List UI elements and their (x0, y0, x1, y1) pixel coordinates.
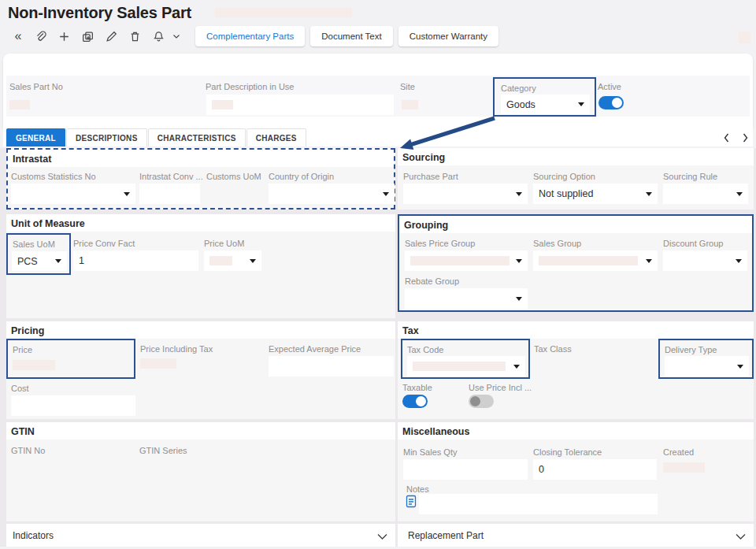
toolbar: « Complementary Parts Document Text Cust… (8, 25, 498, 47)
cost-input[interactable] (11, 395, 135, 416)
delete-icon[interactable] (123, 27, 146, 46)
tab-strip: GENERAL DESCRIPTIONS CHARACTERISTICS CHA… (3, 128, 753, 147)
chevron-down-icon[interactable] (170, 27, 183, 46)
sales-price-group-dropdown[interactable] (405, 250, 528, 271)
section-tax: Tax Tax Code Tax Class Delivery Type Tax… (398, 321, 754, 419)
field-label: Price Conv Fact (73, 239, 198, 248)
price-uom-dropdown[interactable] (204, 250, 261, 271)
use-price-incl-toggle[interactable] (469, 395, 494, 408)
field-label: Min Sales Qty (403, 447, 528, 457)
field-label: GTIN Series (139, 446, 258, 455)
field-label: Price UoM (204, 239, 261, 248)
chevron-down-icon (736, 532, 746, 543)
edit-icon[interactable] (99, 27, 123, 46)
header-card: Sales Part No Part Description in Use Si… (3, 54, 753, 128)
taxable-toggle[interactable] (402, 395, 428, 408)
discount-group-dropdown[interactable] (663, 250, 747, 271)
header-fields-row: Sales Part No Part Description in Use Si… (6, 76, 750, 117)
section-intrastat: Intrastat Customs Statistics No Intrasta… (6, 148, 395, 210)
sales-group-dropdown[interactable] (533, 250, 658, 271)
tab-descriptions[interactable]: DESCRIPTIONS (66, 128, 147, 147)
field-label: Customs Statistics No (11, 172, 135, 181)
field-label: Rebate Group (405, 276, 528, 286)
tax-code-dropdown[interactable] (407, 356, 525, 377)
tab-general[interactable]: GENERAL (6, 128, 65, 147)
redacted-sales-price-group-value (410, 256, 510, 265)
customs-statistics-no-field: Customs Statistics No (11, 172, 135, 204)
sales-uom-value: PCS (17, 256, 38, 267)
gtin-no-field: GTIN No (11, 446, 129, 458)
section-sourcing: Sourcing Purchase Part Sourcing Option N… (398, 148, 754, 210)
non-inventory-sales-part-page: Non-Inventory Sales Part « Complementary… (0, 0, 756, 549)
field-label: Active (598, 82, 621, 91)
redacted-created-value (663, 462, 705, 473)
country-of-origin-field: Country of Origin (269, 172, 395, 204)
taxable-field: Taxable (402, 383, 465, 408)
complementary-parts-button[interactable]: Complementary Parts (195, 26, 305, 46)
sales-group-field: Sales Group (533, 239, 658, 271)
tab-characteristics[interactable]: CHARACTERISTICS (148, 128, 246, 147)
section-title: Grouping (404, 220, 448, 231)
redacted-sales-part-no-value (9, 100, 30, 109)
redacted-price-uom-value (209, 256, 232, 265)
field-label: Sales UoM (13, 239, 55, 249)
field-label: Tax Class (534, 344, 613, 354)
field-label: Part Description in Use (206, 82, 295, 91)
field-label: Use Price Incl ... (469, 383, 539, 392)
redacted-sales-group-value (539, 256, 638, 265)
tab-charges[interactable]: CHARGES (246, 128, 306, 147)
section-pricing: Pricing Price Price Including Tax Expect… (6, 321, 395, 419)
sourcing-rule-dropdown[interactable] (663, 184, 748, 204)
delivery-type-dropdown[interactable] (665, 356, 749, 377)
price-uom-field: Price UoM (204, 239, 261, 271)
document-text-button[interactable]: Document Text (310, 26, 393, 46)
field-label: Closing Tolerance (533, 447, 657, 457)
customs-statistics-no-dropdown[interactable] (11, 184, 135, 204)
tab-scroll-right-icon[interactable] (739, 132, 750, 144)
attachment-icon[interactable] (28, 27, 52, 46)
purchase-part-field: Purchase Part (403, 172, 528, 204)
collapse-left-icon[interactable]: « (8, 27, 28, 46)
field-label: GTIN No (11, 446, 129, 455)
field-label: Tax Code (407, 345, 443, 354)
price-conv-fact-input[interactable]: 1 (73, 250, 198, 271)
section-unit-of-measure: Unit of Measure Sales UoM PCS Price Conv… (6, 214, 395, 318)
sourcing-option-dropdown[interactable]: Not supplied (533, 184, 658, 204)
note-icon[interactable] (406, 495, 417, 511)
indicators-expander[interactable]: Indicators (6, 524, 395, 547)
rebate-group-dropdown[interactable] (405, 288, 528, 309)
section-title: Tax (402, 325, 419, 336)
price-highlight-box: Price (6, 339, 135, 379)
country-of-origin-dropdown[interactable] (269, 184, 395, 204)
notes-input[interactable] (419, 494, 658, 514)
notifications-bell-icon[interactable] (146, 27, 170, 46)
section-title: Indicators (13, 530, 54, 541)
min-sales-qty-input[interactable] (403, 459, 528, 480)
section-title: Pricing (11, 325, 44, 336)
sales-uom-dropdown[interactable]: PCS (12, 251, 67, 271)
customs-uom-field: Customs UoM (206, 172, 265, 184)
intrastat-conv-input[interactable] (139, 184, 200, 204)
active-toggle[interactable] (598, 96, 624, 109)
field-label: Site (400, 82, 415, 91)
category-dropdown[interactable]: Goods (501, 95, 590, 114)
use-price-incl-field: Use Price Incl ... (469, 383, 539, 408)
part-description-input[interactable] (206, 95, 394, 115)
duplicate-icon[interactable] (76, 27, 99, 46)
tab-scroll-left-icon[interactable] (721, 132, 732, 144)
purchase-part-dropdown[interactable] (403, 184, 528, 204)
expected-average-price-input[interactable] (269, 356, 394, 377)
caret-down-icon (513, 365, 520, 369)
add-icon[interactable] (52, 27, 76, 46)
closing-tolerance-input[interactable]: 0 (533, 459, 657, 480)
replacement-part-expander[interactable]: Replacement Part (398, 524, 754, 547)
toggle-knob (416, 396, 426, 406)
sourcing-option-value: Not supplied (539, 188, 594, 199)
caret-down-icon (55, 259, 61, 263)
titlebar: Non-Inventory Sales Part (8, 2, 191, 24)
gtin-series-field: GTIN Series (139, 446, 258, 458)
customer-warranty-button[interactable]: Customer Warranty (398, 26, 498, 46)
redacted-subtitle-value (215, 8, 352, 17)
rebate-group-field: Rebate Group (405, 276, 528, 309)
field-label: Price Including Tax (140, 344, 265, 354)
